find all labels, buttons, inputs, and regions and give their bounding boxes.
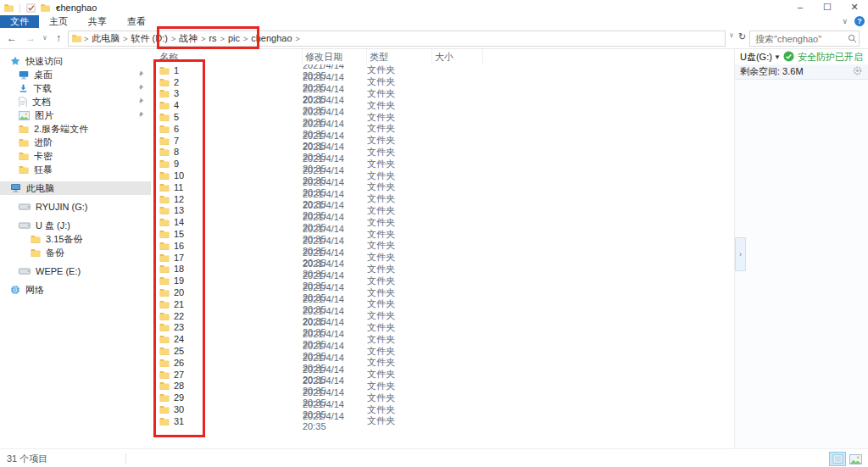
sidebar-item-此电脑[interactable]: 此电脑: [0, 181, 151, 195]
refresh-icon[interactable]: ↻: [738, 31, 746, 42]
close-button[interactable]: ✕: [841, 0, 868, 15]
security-shield-icon: [783, 51, 794, 64]
table-row[interactable]: 232021/4/14 20:35文件夹: [151, 322, 734, 334]
sidebar-item-3.15备份[interactable]: 3.15备份: [0, 232, 151, 246]
file-name: 2: [174, 77, 179, 87]
column-header-名称[interactable]: 名称: [157, 49, 303, 64]
table-row[interactable]: 132021/4/14 20:35文件夹: [151, 205, 734, 217]
breadcrumb-item[interactable]: pic: [225, 33, 242, 43]
table-row[interactable]: 302021/4/14 20:35文件夹: [151, 403, 734, 415]
checkbox-icon[interactable]: [26, 3, 36, 13]
ribbon-collapse-icon[interactable]: ∨: [842, 17, 848, 25]
table-row[interactable]: 112021/4/14 20:35文件夹: [151, 181, 734, 193]
security-status: 安全防护已开启: [783, 51, 863, 64]
table-row[interactable]: 312021/4/14 20:35文件夹: [151, 415, 734, 427]
sidebar-item-label: 进阶: [34, 136, 53, 149]
thumbnail-view-icon[interactable]: [847, 452, 864, 466]
tab-共享[interactable]: 共享: [78, 15, 117, 28]
breadcrumb-item[interactable]: 软件 (D:): [129, 33, 170, 43]
up-button[interactable]: ↑: [51, 28, 66, 48]
table-row[interactable]: 82021/4/14 20:35文件夹: [151, 147, 734, 158]
table-row[interactable]: 222021/4/14 20:35文件夹: [151, 310, 734, 322]
search-input[interactable]: [749, 31, 860, 47]
table-row[interactable]: 242021/4/14 20:35文件夹: [151, 333, 734, 345]
sidebar-item-RYUJIN (G:)[interactable]: RYUJIN (G:): [0, 200, 151, 214]
table-row[interactable]: 182021/4/14 20:35文件夹: [151, 264, 734, 275]
folder-icon: [159, 370, 170, 379]
file-name: 3: [174, 88, 179, 98]
tab-主页[interactable]: 主页: [39, 15, 78, 28]
column-header-修改日期[interactable]: 修改日期: [303, 49, 367, 64]
column-header-类型[interactable]: 类型: [367, 49, 432, 64]
table-row[interactable]: 292021/4/14 20:35文件夹: [151, 392, 734, 403]
forward-button[interactable]: →: [22, 28, 39, 48]
table-row[interactable]: 272021/4/14 20:35文件夹: [151, 369, 734, 381]
minimize-button[interactable]: –: [787, 0, 814, 15]
sidebar-item-文档[interactable]: 文档: [0, 95, 151, 108]
folder-icon: [159, 159, 170, 168]
back-button[interactable]: ←: [3, 28, 20, 48]
table-row[interactable]: 192021/4/14 20:35文件夹: [151, 275, 734, 286]
address-dropdown-icon[interactable]: ∨: [729, 31, 734, 39]
table-row[interactable]: 122021/4/14 20:35文件夹: [151, 193, 734, 205]
breadcrumb-item[interactable]: 战神: [176, 33, 200, 43]
new-folder-icon[interactable]: [41, 3, 50, 12]
table-row[interactable]: 22021/4/14 20:35文件夹: [151, 76, 734, 88]
sidebar-item-进阶[interactable]: 进阶: [0, 136, 151, 149]
table-row[interactable]: 42021/4/14 20:35文件夹: [151, 99, 734, 111]
help-icon[interactable]: ?: [854, 16, 865, 26]
table-row[interactable]: 92021/4/14 20:35文件夹: [151, 158, 734, 170]
table-row[interactable]: 162021/4/14 20:35文件夹: [151, 240, 734, 252]
maximize-button[interactable]: ☐: [814, 0, 841, 15]
column-header-大小[interactable]: 大小: [432, 49, 483, 64]
sidebar-item-快速访问[interactable]: 快速访问: [0, 54, 151, 68]
tab-查看[interactable]: 查看: [117, 15, 156, 28]
gear-icon[interactable]: [852, 65, 863, 78]
sidebar-item-狂暴[interactable]: 狂暴: [0, 163, 151, 176]
sidebar-item-label: 狂暴: [34, 164, 53, 176]
search-icon[interactable]: [848, 34, 857, 45]
table-row[interactable]: 62021/4/14 20:35文件夹: [151, 123, 734, 135]
drive-selector[interactable]: U盘(G:) ▼: [740, 51, 781, 64]
sidebar-item-2.服务端文件[interactable]: 2.服务端文件: [0, 122, 151, 136]
table-row[interactable]: 252021/4/14 20:35文件夹: [151, 345, 734, 357]
breadcrumb-item[interactable]: chenghao: [248, 33, 294, 43]
sidebar: 快速访问桌面下载文档图片2.服务端文件进阶卡密狂暴此电脑RYUJIN (G:)U…: [0, 49, 151, 448]
table-row[interactable]: 32021/4/14 20:35文件夹: [151, 88, 734, 100]
panel-collapse-button[interactable]: ›: [735, 237, 746, 271]
breadcrumb-item[interactable]: 此电脑: [89, 33, 122, 43]
table-row[interactable]: 282021/4/14 20:35文件夹: [151, 381, 734, 392]
table-row[interactable]: 142021/4/14 20:35文件夹: [151, 216, 734, 228]
recent-locations-dropdown-icon[interactable]: ∨: [39, 28, 51, 48]
file-name-cell: 16: [157, 241, 303, 251]
file-name-cell: 15: [157, 229, 303, 239]
file-type: 文件夹: [367, 297, 432, 310]
sidebar-item-备份[interactable]: 备份: [0, 246, 151, 259]
table-row[interactable]: 262021/4/14 20:35文件夹: [151, 357, 734, 369]
file-name-cell: 1: [157, 65, 303, 75]
table-row[interactable]: 102021/4/14 20:35文件夹: [151, 170, 734, 181]
sidebar-item-网络[interactable]: 网络: [0, 283, 151, 297]
breadcrumb-separator: >: [122, 35, 128, 43]
table-row[interactable]: 152021/4/14 20:35文件夹: [151, 228, 734, 240]
table-row[interactable]: 172021/4/14 20:35文件夹: [151, 252, 734, 264]
security-status-label: 安全防护已开启: [798, 51, 863, 64]
explorer-folder-icon: [4, 3, 14, 12]
table-row[interactable]: 202021/4/14 20:35文件夹: [151, 286, 734, 298]
sidebar-item-桌面[interactable]: 桌面: [0, 68, 151, 81]
list-view-icon[interactable]: [829, 452, 846, 466]
sidebar-item-下载[interactable]: 下载: [0, 81, 151, 95]
table-row[interactable]: 212021/4/14 20:35文件夹: [151, 298, 734, 310]
breadcrumb-item[interactable]: rs: [206, 33, 219, 43]
tab-文件[interactable]: 文件: [0, 15, 39, 28]
sidebar-item-U 盘 (J:)[interactable]: U 盘 (J:): [0, 219, 151, 232]
table-row[interactable]: 12021/4/14 20:35文件夹: [151, 64, 734, 76]
sidebar-item-WEPE (E:)[interactable]: WEPE (E:): [0, 264, 151, 278]
table-row[interactable]: 72021/4/14 20:35文件夹: [151, 135, 734, 147]
sidebar-item-卡密[interactable]: 卡密: [0, 149, 151, 163]
breadcrumb-separator: >: [295, 35, 301, 43]
sidebar-item-图片[interactable]: 图片: [0, 108, 151, 122]
table-row[interactable]: 52021/4/14 20:35文件夹: [151, 111, 734, 123]
address-bar[interactable]: >此电脑>软件 (D:)>战神>rs>pic>chenghao>: [68, 31, 726, 47]
folder-icon: [159, 195, 170, 203]
